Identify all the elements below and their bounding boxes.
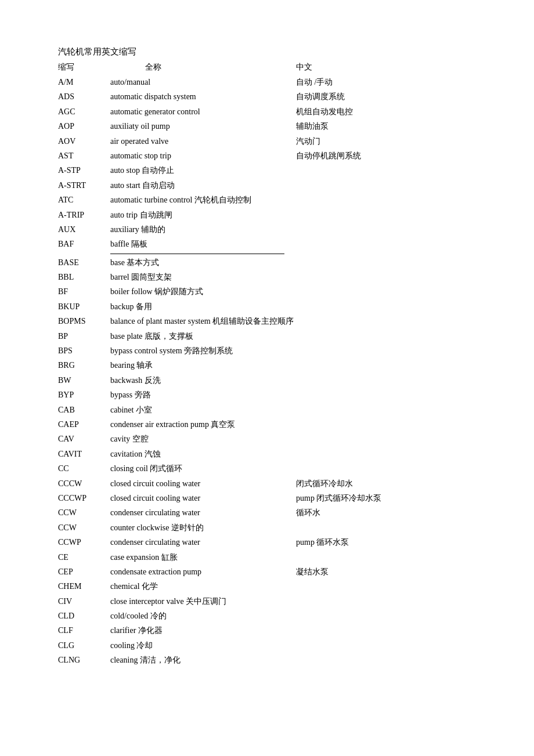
full-name-cell: bypass control system 旁路控制系统 xyxy=(110,345,296,357)
chinese-cell: 汽动门 xyxy=(296,135,499,148)
table-row: CLNGcleaning 清洁，净化 xyxy=(58,654,499,667)
table-row: BRGbearing 轴承 xyxy=(58,359,499,372)
abbr-cell: CCWP xyxy=(58,536,110,549)
table-row: BPbase plate 底版，支撑板 xyxy=(58,330,499,343)
abbr-cell: AOP xyxy=(58,120,110,133)
abbr-cell: AUX xyxy=(58,223,110,236)
table-row: ATCautomatic turbine control 汽轮机自动控制 xyxy=(58,194,499,207)
full-name-cell: closed circuit cooling water xyxy=(110,492,296,505)
table-row: AOPauxiliaty oil pump辅助油泵 xyxy=(58,120,499,133)
table-row: CIVclose interceptor valve 关中压调门 xyxy=(58,595,499,608)
abbr-cell: CLNG xyxy=(58,654,110,667)
full-name-cell: baffle 隔板 xyxy=(110,238,296,251)
abbr-cell: CCCWP xyxy=(58,492,110,505)
full-name-cell: closed circuit cooling water xyxy=(110,478,296,490)
abbr-cell: BW xyxy=(58,374,110,387)
full-name-cell: close interceptor valve 关中压调门 xyxy=(110,595,296,608)
abbr-cell: BPS xyxy=(58,345,110,357)
full-name-cell: auxiliary 辅助的 xyxy=(110,223,296,236)
full-name-cell: backup 备用 xyxy=(110,301,296,313)
abbr-cell: A/M xyxy=(58,76,110,89)
abbr-cell: CE xyxy=(58,551,110,564)
full-name-cell: cavity 空腔 xyxy=(110,433,296,446)
abbr-cell: CAEP xyxy=(58,418,110,431)
full-name-cell: backwash 反洗 xyxy=(110,374,296,387)
full-name-cell: auto start 自动启动 xyxy=(110,179,296,192)
full-name-cell: automatic dispatch system xyxy=(110,91,296,103)
full-name-cell: auto stop 自动停止 xyxy=(110,164,296,177)
chinese-cell: 自动 /手动 xyxy=(296,76,499,89)
full-name-cell: cold/cooled 冷的 xyxy=(110,610,296,623)
table-row: BAFbaffle 隔板 xyxy=(58,238,499,251)
full-name-cell: boiler follow 锅炉跟随方式 xyxy=(110,285,296,298)
abbr-cell: CAVIT xyxy=(58,448,110,461)
abbr-cell: A-STRT xyxy=(58,179,110,192)
full-name-cell: condenser air extraction pump 真空泵 xyxy=(110,418,296,431)
header-full: 全称 xyxy=(110,62,296,73)
abbr-cell: AOV xyxy=(58,135,110,148)
table-row: A-STRTauto start 自动启动 xyxy=(58,179,499,192)
table-row: CHEMchemical 化学 xyxy=(58,580,499,593)
table-row: A-TRIPauto trip 自动跳闸 xyxy=(58,209,499,222)
abbr-cell: BKUP xyxy=(58,301,110,313)
table-row: CLDcold/cooled 冷的 xyxy=(58,610,499,623)
header-cn: 中文 xyxy=(296,62,499,73)
full-name-cell: automatic turbine control 汽轮机自动控制 xyxy=(110,194,296,207)
table-row: BASEbase 基本方式 xyxy=(58,256,499,269)
abbr-cell: BRG xyxy=(58,359,110,372)
abbr-cell: ADS xyxy=(58,91,110,103)
table-row: CLFclarifier 净化器 xyxy=(58,624,499,637)
header-abbr: 缩写 xyxy=(58,62,110,73)
table-row: A-STPauto stop 自动停止 xyxy=(58,164,499,177)
table-row: CABcabinet 小室 xyxy=(58,404,499,417)
table-row: ASTautomatic stop trip自动停机跳闸系统 xyxy=(58,150,499,162)
chinese-cell: 凝结水泵 xyxy=(296,566,499,578)
abbr-cell: BYP xyxy=(58,389,110,401)
full-name-cell: base plate 底版，支撑板 xyxy=(110,330,296,343)
full-name-cell: counter clockwise 逆时针的 xyxy=(110,522,296,534)
full-name-cell: air operated valve xyxy=(110,135,296,148)
abbr-cell: A-TRIP xyxy=(58,209,110,222)
chinese-cell: 自动调度系统 xyxy=(296,91,499,103)
chinese-cell: 自动停机跳闸系统 xyxy=(296,150,499,162)
full-name-cell: cavitation 汽蚀 xyxy=(110,448,296,461)
entries-list: A/Mauto/manual自动 /手动ADSautomatic dispatc… xyxy=(58,76,499,667)
table-row: BBLbarrel 圆筒型支架 xyxy=(58,271,499,284)
chinese-cell: 闭式循环冷却水 xyxy=(296,478,499,490)
full-name-cell: condenser circulating water xyxy=(110,536,296,549)
chinese-cell: 循环水 xyxy=(296,507,499,519)
full-name-cell: condensate extraction pump xyxy=(110,566,296,578)
abbr-cell: BASE xyxy=(58,256,110,269)
table-row: CCWcounter clockwise 逆时针的 xyxy=(58,522,499,534)
table-row: AUXauxiliary 辅助的 xyxy=(58,223,499,236)
abbr-cell: CCCW xyxy=(58,478,110,490)
table-row: BYPbypass 旁路 xyxy=(58,389,499,401)
abbr-cell: BP xyxy=(58,330,110,343)
abbr-cell: CC xyxy=(58,462,110,475)
abbr-cell: CLD xyxy=(58,610,110,623)
abbr-cell: BF xyxy=(58,285,110,298)
abbr-cell: ATC xyxy=(58,194,110,207)
full-name-cell: condenser circulating water xyxy=(110,507,296,519)
table-row: CEPcondensate extraction pump凝结水泵 xyxy=(58,566,499,578)
table-row: A/Mauto/manual自动 /手动 xyxy=(58,76,499,89)
full-name-cell: barrel 圆筒型支架 xyxy=(110,271,296,284)
table-row: CCWcondenser circulating water循环水 xyxy=(58,507,499,519)
abbr-cell: CIV xyxy=(58,595,110,608)
full-name-cell: cleaning 清洁，净化 xyxy=(110,654,296,667)
abbr-cell: CAB xyxy=(58,404,110,417)
abbr-cell: CLG xyxy=(58,639,110,652)
abbr-cell: BBL xyxy=(58,271,110,284)
table-row: CEcase expansion 缸胀 xyxy=(58,551,499,564)
full-name-cell: clarifier 净化器 xyxy=(110,624,296,637)
abbr-cell: AST xyxy=(58,150,110,162)
abbr-cell: BOPMS xyxy=(58,315,110,328)
abbr-cell: CHEM xyxy=(58,580,110,593)
chinese-cell: pump 循环水泵 xyxy=(296,536,499,549)
full-name-cell: bypass 旁路 xyxy=(110,389,296,401)
table-row: CAEPcondenser air extraction pump 真空泵 xyxy=(58,418,499,431)
abbr-cell: CCW xyxy=(58,522,110,534)
full-name-cell: closing coil 闭式循环 xyxy=(110,462,296,475)
full-name-cell: base 基本方式 xyxy=(110,256,296,269)
table-row: AGCautomatic generator control机组自动发电控 xyxy=(58,106,499,118)
